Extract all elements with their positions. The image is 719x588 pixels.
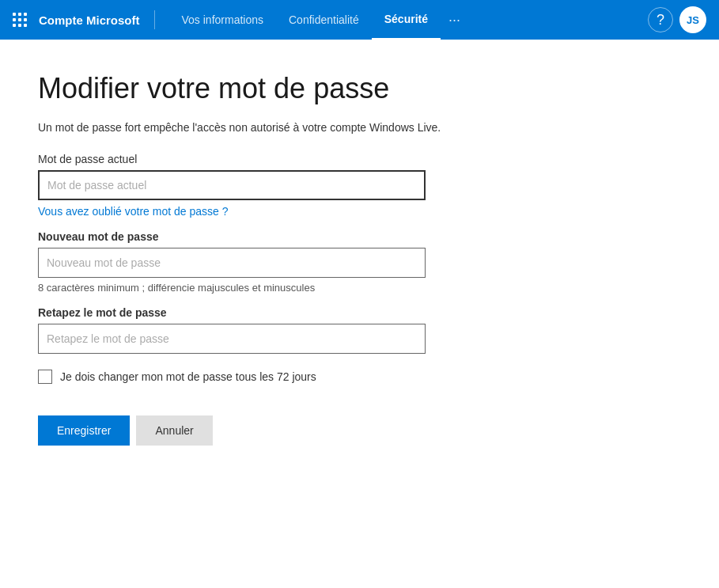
- cancel-button[interactable]: Annuler: [136, 415, 212, 446]
- nav-link-confidentialite[interactable]: Confidentialité: [276, 0, 372, 40]
- brand-name: Compte Microsoft: [39, 13, 140, 27]
- save-button[interactable]: Enregistrer: [38, 415, 130, 446]
- confirm-password-group: Retapez le mot de passe: [38, 306, 516, 354]
- new-password-label: Nouveau mot de passe: [38, 230, 516, 243]
- confirm-password-label: Retapez le mot de passe: [38, 306, 516, 319]
- help-icon[interactable]: ?: [648, 7, 673, 32]
- new-password-input[interactable]: [38, 248, 426, 278]
- page-title: Modifier votre mot de passe: [38, 71, 516, 105]
- main-content: Modifier votre mot de passe Un mot de pa…: [0, 40, 554, 477]
- button-row: Enregistrer Annuler: [38, 415, 516, 446]
- description-text: Un mot de passe fort empêche l'accès non…: [38, 121, 516, 134]
- forgot-password-link[interactable]: Vous avez oublié votre mot de passe ?: [38, 205, 228, 218]
- checkbox-label[interactable]: Je dois changer mon mot de passe tous le…: [60, 370, 316, 383]
- nav-link-securite[interactable]: Sécurité: [372, 0, 441, 40]
- current-password-group: Mot de passe actuel Vous avez oublié vot…: [38, 153, 516, 218]
- current-password-input[interactable]: [38, 170, 426, 200]
- current-password-label: Mot de passe actuel: [38, 153, 516, 165]
- apps-icon[interactable]: [13, 13, 28, 28]
- nav-link-vos-informations[interactable]: Vos informations: [169, 0, 277, 40]
- change-password-checkbox[interactable]: [38, 370, 52, 384]
- avatar[interactable]: JS: [679, 6, 706, 33]
- confirm-password-input[interactable]: [38, 324, 426, 354]
- nav-more-icon[interactable]: ···: [441, 0, 468, 40]
- nav-links: Vos informations Confidentialité Sécurit…: [169, 0, 649, 40]
- top-nav: Compte Microsoft Vos informations Confid…: [0, 0, 719, 40]
- nav-divider: [154, 10, 155, 29]
- checkbox-group: Je dois changer mon mot de passe tous le…: [38, 370, 516, 384]
- nav-right: ? JS: [648, 6, 706, 33]
- password-hint: 8 caractères minimum ; différencie majus…: [38, 282, 516, 294]
- new-password-group: Nouveau mot de passe 8 caractères minimu…: [38, 230, 516, 294]
